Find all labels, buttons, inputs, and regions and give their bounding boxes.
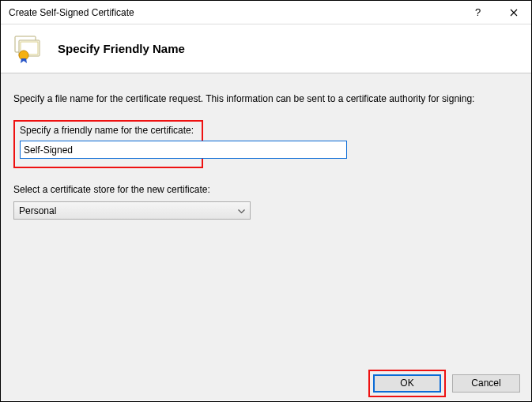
cancel-button[interactable]: Cancel [452,374,520,393]
page-title: Specify Friendly Name [58,42,185,55]
help-button[interactable]: ? [460,1,496,24]
certificate-store-select[interactable]: Personal [13,201,251,220]
dialog-header: Specify Friendly Name [1,24,531,73]
window-title: Create Self-Signed Certificate [9,7,460,18]
close-icon [510,9,518,17]
ok-button[interactable]: OK [373,374,441,393]
title-bar: Create Self-Signed Certificate ? [1,1,531,24]
friendly-name-highlight: Specify a friendly name for the certific… [13,120,203,168]
friendly-name-label: Specify a friendly name for the certific… [20,125,197,136]
certificate-store-value: Personal [19,205,56,216]
dialog-content: Specify a file name for the certificate … [1,73,531,366]
dialog-footer: OK Cancel [1,366,531,400]
certificate-icon [12,33,43,65]
certificate-store-label: Select a certificate store for the new c… [13,184,519,195]
description-text: Specify a file name for the certificate … [13,92,504,106]
friendly-name-input[interactable] [20,141,347,159]
chevron-down-icon [238,205,245,216]
ok-button-highlight: OK [368,370,446,397]
close-button[interactable] [496,1,531,24]
